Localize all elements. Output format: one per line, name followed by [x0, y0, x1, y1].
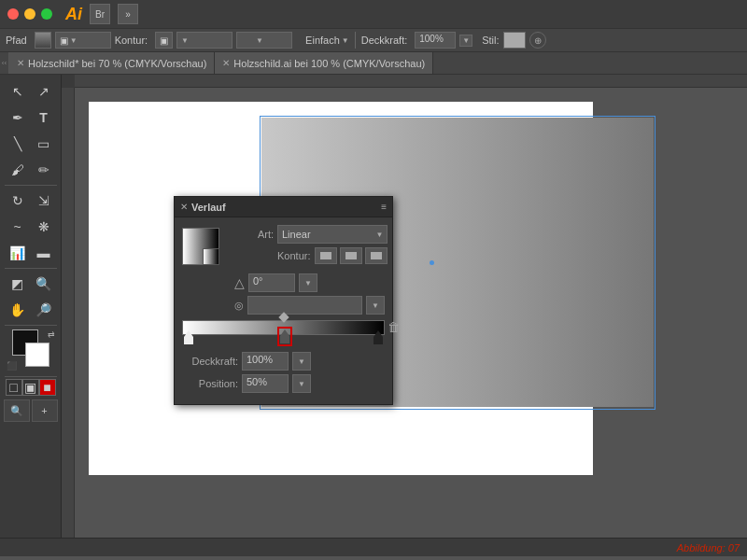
gradient-swatch-small[interactable]	[203, 248, 219, 265]
normal-mode[interactable]: □	[6, 379, 22, 396]
canvas-area: ✕ Verlauf ≡ Art:	[62, 75, 747, 538]
tool-row-3: ╲ ▭	[5, 131, 57, 157]
tool-row-9: ✋ 🔎	[5, 297, 57, 323]
kontur-btn-2[interactable]	[340, 247, 362, 264]
extend-icon[interactable]: »	[118, 4, 138, 24]
line-style-wrap: Einfach ▼	[296, 35, 349, 46]
gradient-tool[interactable]: ◩	[5, 271, 31, 297]
midpoint-diamond	[278, 312, 289, 322]
control-point[interactable]	[430, 260, 434, 265]
panel-header: ✕ Verlauf ≡	[175, 197, 392, 217]
zoom-out-tool[interactable]: 🔍	[4, 399, 30, 422]
tool-sep-1	[5, 185, 57, 186]
swap-colors-icon[interactable]: ⇄	[48, 329, 55, 339]
right-stop[interactable]	[374, 330, 383, 344]
angle-field[interactable]: 0°	[248, 273, 295, 292]
tool-row-5: ↻ ⇲	[5, 188, 57, 214]
tab-1-close[interactable]: ✕	[17, 58, 24, 68]
kontur-btn-1[interactable]	[315, 247, 337, 264]
deckkraft-field[interactable]: 100%	[415, 32, 456, 49]
aspect-row: ◎ ▼	[234, 296, 385, 315]
kontur-dropdown-arrow: ▼	[181, 36, 189, 45]
kontur-label: Kontur:	[115, 35, 148, 46]
left-stop[interactable]	[184, 330, 193, 344]
panel-menu-button[interactable]: ≡	[381, 202, 387, 212]
toolbar-separator	[355, 32, 356, 49]
pen-tool[interactable]: ✒	[5, 105, 31, 131]
selection-top-line	[260, 116, 446, 117]
default-colors-icon[interactable]: ⬛	[7, 361, 17, 371]
bar-graph-tool[interactable]: ▬	[31, 240, 57, 266]
delete-stop-button[interactable]: 🗑	[388, 320, 400, 334]
full-mode[interactable]: ▣	[22, 379, 39, 396]
stil-swatch[interactable]	[503, 32, 526, 49]
tab-2[interactable]: ✕ Holzschild.ai bei 100 % (CMYK/Vorschau…	[215, 52, 433, 74]
right-stop-body	[374, 337, 383, 344]
tab-2-close[interactable]: ✕	[222, 58, 230, 68]
gradient-midpoint-marker[interactable]	[280, 314, 288, 321]
aspect-field[interactable]	[247, 296, 362, 315]
bottom-bar: Abbildung: 07	[0, 538, 747, 556]
fill-mode[interactable]: ■	[39, 379, 56, 396]
vertical-ruler	[62, 88, 75, 538]
kontur-size-dropdown[interactable]: ▼	[236, 32, 292, 49]
line-tool[interactable]: ╲	[5, 131, 31, 157]
bridge-icon[interactable]: Br	[90, 4, 110, 24]
direct-selection-tool[interactable]: ↗	[31, 78, 57, 105]
aspect-dropdown[interactable]: ▼	[366, 296, 385, 315]
column-graph-tool[interactable]: 📊	[5, 240, 31, 266]
paintbrush-tool[interactable]: 🖌	[5, 157, 31, 183]
fill-dropdown[interactable]: ▣ ▼	[55, 32, 111, 49]
maximize-button[interactable]	[41, 8, 52, 20]
rotate-tool[interactable]: ↻	[5, 188, 31, 214]
kontur-buttons-row: Kontur:	[277, 247, 388, 264]
tab-bar: ‹‹ ✕ Holzschild* bei 70 % (CMYK/Vorschau…	[0, 52, 747, 75]
deckkraft-row-field[interactable]: 100%	[242, 352, 289, 371]
tool-sep-2	[5, 268, 57, 269]
minimize-button[interactable]	[24, 8, 35, 20]
kontur-dropdown[interactable]: ▼	[176, 32, 233, 49]
right-stop-arrow	[374, 330, 383, 337]
selection-tool[interactable]: ↖	[5, 78, 31, 105]
angle-dropdown[interactable]: ▼	[299, 273, 317, 292]
symbol-tool[interactable]: ❋	[31, 214, 57, 240]
eyedropper-tool[interactable]: 🔍	[31, 271, 57, 297]
deckkraft-arrow: ▼	[459, 35, 472, 47]
tool-sep-4	[5, 376, 57, 377]
scale-tool[interactable]: ⇲	[31, 188, 57, 214]
rectangle-tool[interactable]: ▭	[31, 131, 57, 157]
fill-swatch[interactable]	[35, 32, 51, 49]
position-row-dropdown[interactable]: ▼	[292, 374, 311, 393]
angle-row: △ 0° ▼	[234, 273, 385, 292]
warp-tool[interactable]: ~	[5, 214, 31, 240]
type-tool[interactable]: T	[31, 105, 57, 131]
pencil-tool[interactable]: ✏	[31, 157, 57, 183]
art-value: Linear	[282, 229, 311, 240]
left-stop-body	[184, 337, 193, 344]
status-text	[7, 542, 10, 553]
kontur-btn-3[interactable]	[365, 247, 388, 264]
ruler-top-row	[62, 75, 747, 88]
kontur-swatch[interactable]: ▣	[155, 32, 173, 49]
panel-close-button[interactable]: ✕	[180, 202, 188, 212]
position-row-field[interactable]: 50%	[242, 374, 289, 393]
tab-1[interactable]: ✕ Holzschild* bei 70 % (CMYK/Vorschau)	[9, 52, 215, 74]
abbildung-label: Abbildung: 07	[677, 542, 740, 553]
zoom-tool[interactable]: 🔎	[31, 297, 57, 323]
tab-1-label: Holzschild* bei 70 % (CMYK/Vorschau)	[28, 58, 206, 69]
deckkraft-row-dropdown[interactable]: ▼	[292, 352, 311, 371]
tool-row-1: ↖ ↗	[5, 78, 57, 105]
close-button[interactable]	[7, 8, 19, 20]
zoom-in-tool[interactable]: +	[32, 399, 58, 422]
art-section: Art: Linear ▼ Kontur:	[225, 225, 388, 268]
canvas-container	[62, 75, 747, 538]
hand-tool[interactable]: ✋	[5, 297, 31, 323]
center-stop-selected[interactable]	[277, 327, 292, 346]
tab-2-label: Holzschild.ai bei 100 % (CMYK/Vorschau)	[233, 58, 425, 69]
tab-expand[interactable]: ‹‹	[0, 52, 9, 74]
background-swatch[interactable]	[25, 343, 49, 367]
globe-icon[interactable]: ⊕	[529, 32, 546, 49]
art-dropdown[interactable]: Linear ▼	[277, 225, 388, 244]
angle-icon: △	[234, 275, 245, 290]
tool-row-8: ◩ 🔍	[5, 271, 57, 297]
